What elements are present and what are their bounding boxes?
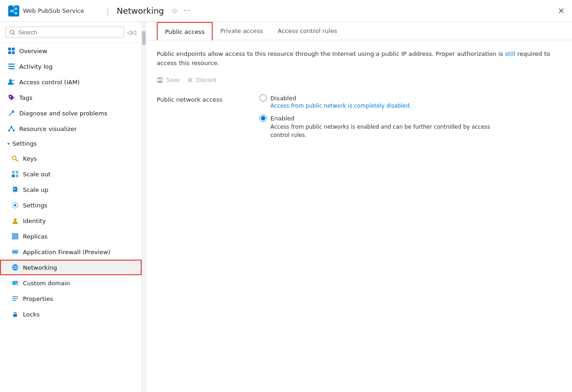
grid-icon <box>7 47 16 55</box>
lock-icon <box>11 310 19 318</box>
svg-point-22 <box>13 130 15 131</box>
svg-rect-38 <box>12 233 15 236</box>
search-box[interactable] <box>6 27 124 38</box>
sidebar-item-settings[interactable]: Settings <box>0 197 142 213</box>
title-separator: | <box>106 5 110 16</box>
svg-rect-12 <box>8 51 11 54</box>
svg-point-19 <box>10 96 11 98</box>
sidebar-item-firewall[interactable]: Application Firewall (Preview) <box>0 244 142 260</box>
sidebar-item-access-control[interactable]: Access control (IAM) <box>0 74 142 90</box>
svg-point-2 <box>15 7 17 10</box>
close-button[interactable]: ✕ <box>558 6 565 16</box>
discard-icon <box>187 77 193 83</box>
svg-rect-43 <box>13 250 17 253</box>
sidebar-item-label: Scale up <box>23 186 49 193</box>
svg-point-21 <box>8 130 10 131</box>
sidebar-item-keys[interactable]: Keys <box>0 151 142 166</box>
svg-rect-29 <box>16 171 18 174</box>
sidebar-item-label: Activity log <box>19 63 53 70</box>
domain-icon <box>11 279 19 287</box>
sidebar-item-identity[interactable]: Identity <box>0 213 142 229</box>
key-icon <box>11 154 19 163</box>
search-input[interactable] <box>18 29 120 36</box>
sidebar-item-overview[interactable]: Overview <box>0 43 142 59</box>
settings-sub-nav: Keys Scale out <box>0 151 142 322</box>
sidebar-item-activity-log[interactable]: Activity log <box>0 59 142 74</box>
sidebar-item-label: Access control (IAM) <box>19 79 80 86</box>
list-icon <box>7 62 16 71</box>
main-content: Public access Private access Access cont… <box>146 22 572 392</box>
service-logo: Web PubSub Service <box>7 5 99 17</box>
sidebar-item-locks[interactable]: Locks <box>0 306 142 322</box>
radio-label-enabled[interactable]: Enabled <box>259 114 498 122</box>
sidebar-item-resource-visualizer[interactable]: Resource visualizer <box>0 121 142 136</box>
sidebar-item-custom-domain[interactable]: Custom domain <box>0 275 142 291</box>
svg-rect-31 <box>16 174 18 177</box>
svg-point-36 <box>14 204 16 207</box>
svg-rect-10 <box>8 48 11 50</box>
star-icon[interactable]: ☆ <box>171 6 178 15</box>
radio-option-disabled: Disabled Access from public network is c… <box>259 94 498 109</box>
settings-section-label: Settings <box>12 140 37 147</box>
sidebar-item-replicas[interactable]: Replicas <box>0 229 142 244</box>
sidebar-item-scale-up[interactable]: Scale up <box>0 182 142 197</box>
page-title: Networking <box>117 6 164 16</box>
sidebar-item-label: Overview <box>19 48 47 54</box>
sidebar-item-label: Properties <box>23 295 53 302</box>
save-button[interactable]: Save <box>157 75 180 85</box>
sidebar-item-networking[interactable]: Networking <box>0 260 142 275</box>
svg-rect-51 <box>12 281 18 285</box>
more-icon[interactable]: ··· <box>183 6 190 15</box>
sidebar-item-properties[interactable]: Properties <box>0 291 142 306</box>
svg-point-7 <box>13 6 14 7</box>
tag-icon <box>7 93 16 102</box>
wrench-icon <box>7 109 16 117</box>
settings-icon <box>11 201 19 209</box>
svg-rect-57 <box>13 314 17 317</box>
svg-point-3 <box>15 12 17 15</box>
settings-section-header[interactable]: ▾ Settings <box>0 136 142 151</box>
discard-button[interactable]: Discard <box>187 75 216 85</box>
scale-up-icon <box>11 185 19 194</box>
sidebar-item-label: Replicas <box>23 233 48 240</box>
radio-enabled-desc: Access from public networks is enabled a… <box>259 123 498 139</box>
radio-group: Disabled Access from public network is c… <box>259 94 498 139</box>
svg-point-20 <box>11 126 12 128</box>
sidebar-item-label: Scale out <box>23 171 50 178</box>
radio-disabled[interactable] <box>259 94 267 102</box>
svg-rect-53 <box>13 283 16 284</box>
sidebar-item-label: Keys <box>23 155 37 162</box>
collapse-button[interactable]: ◁◁ <box>127 29 136 36</box>
radio-label-disabled[interactable]: Disabled <box>259 94 498 102</box>
radio-enabled[interactable] <box>259 114 267 122</box>
chevron-down-icon: ▾ <box>7 141 10 146</box>
svg-point-8 <box>10 30 14 33</box>
content-area: Public endpoints allow access to this re… <box>146 40 572 392</box>
sidebar-item-label: Application Firewall (Preview) <box>23 249 110 256</box>
svg-point-17 <box>9 79 12 82</box>
sidebar-item-tags[interactable]: Tags <box>0 90 142 105</box>
tab-private-access[interactable]: Private access <box>213 22 270 40</box>
svg-point-49 <box>12 267 14 268</box>
search-icon <box>10 29 16 36</box>
tab-access-control-rules[interactable]: Access control rules <box>270 22 345 40</box>
radio-enabled-label: Enabled <box>270 115 295 122</box>
svg-line-24 <box>11 128 14 130</box>
description-link[interactable]: still <box>505 50 516 57</box>
sidebar-item-label: Custom domain <box>23 280 70 287</box>
svg-rect-11 <box>12 48 15 50</box>
svg-point-50 <box>17 267 18 268</box>
sidebar-scrollbar[interactable] <box>142 22 146 392</box>
form-label: Public network access <box>157 94 248 103</box>
sidebar-search-row: ◁◁ <box>0 22 142 43</box>
svg-rect-30 <box>12 174 15 177</box>
svg-rect-60 <box>159 80 162 82</box>
tab-public-access[interactable]: Public access <box>157 22 213 40</box>
svg-point-18 <box>12 80 14 82</box>
pubsub-logo-icon <box>7 5 20 17</box>
toolbar: Save Discard <box>157 75 561 85</box>
sidebar-item-diagnose[interactable]: Diagnose and solve problems <box>0 105 142 121</box>
sidebar-item-scale-out[interactable]: Scale out <box>0 166 142 182</box>
svg-point-1 <box>10 10 13 12</box>
svg-line-9 <box>13 33 15 35</box>
